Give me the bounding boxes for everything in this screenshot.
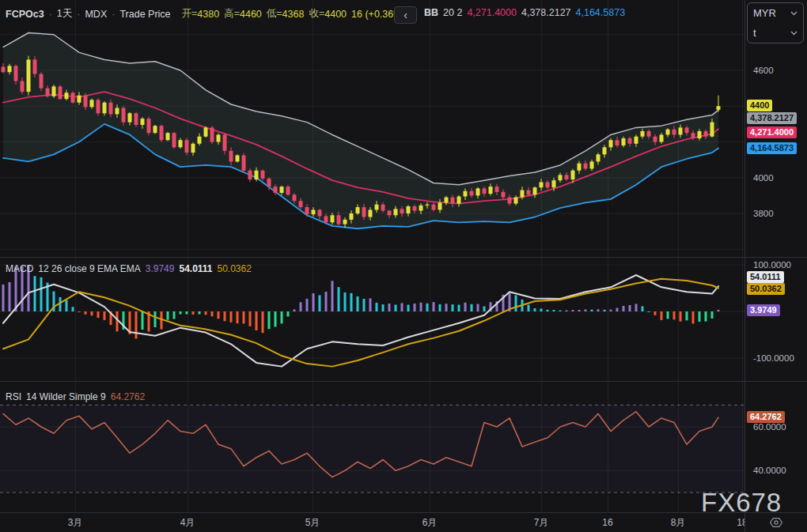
collapse-button[interactable]: ‹ [394, 6, 417, 24]
rsi-band-fill [0, 405, 744, 492]
symbol-header: FCPOc3 · 1天 · MDX · Trade Price 开=4380 高… [6, 7, 406, 21]
close-label: 收= [309, 7, 324, 21]
open-label: 开= [182, 7, 198, 21]
low-value: 4368 [282, 9, 305, 20]
axis-label: 40.0000 [753, 466, 786, 475]
axis-label: 4600 [753, 66, 774, 75]
time-axis[interactable]: 3月4月5月6月7月168月18 [0, 512, 744, 532]
separator: · [49, 9, 52, 20]
macd-params: 12 26 close 9 EMA EMA [38, 263, 140, 274]
currency-value: MYR [753, 7, 776, 19]
open-value: 4380 [197, 9, 219, 20]
axis-label: 4000 [753, 173, 774, 183]
macd-indicator-row: MACD 12 26 close 9 EMA EMA 3.9749 54.011… [6, 263, 252, 274]
axis-badge-last: 4400 [747, 100, 772, 111]
time-label: 4月 [180, 515, 195, 529]
close-value: 4400 [324, 9, 347, 20]
axis-badge-macd_signal: 50.0362 [747, 283, 785, 295]
time-axis-border [0, 512, 807, 513]
high-label: 高= [224, 7, 240, 21]
axis-label: -100.0000 [753, 353, 794, 363]
collapse-chevron-icon: ‹ [404, 9, 407, 21]
time-label: 5月 [305, 515, 320, 529]
rsi-params: 14 Wilder Simple 9 [26, 391, 106, 402]
panel-divider[interactable] [0, 257, 807, 258]
rsi-indicator-row: RSI 14 Wilder Simple 9 64.2762 [6, 391, 145, 402]
unit-value: t [753, 27, 756, 39]
axis-label: 3800 [753, 209, 774, 218]
macd-histogram [2, 266, 720, 339]
separator: · [112, 9, 115, 20]
macd-name[interactable]: MACD [6, 263, 33, 274]
rsi-value: 64.2762 [111, 391, 145, 402]
chevron-down-icon [790, 11, 798, 16]
axis-badge-bb_upper: 4,378.2127 [747, 112, 797, 124]
watermark: FX678 [701, 488, 782, 518]
time-label: 6月 [422, 515, 438, 529]
time-label: 3月 [68, 515, 83, 529]
axis-unit-controls: MYR t [747, 2, 804, 43]
time-label: 8月 [671, 515, 686, 529]
macd-hist-value: 3.9749 [146, 263, 175, 274]
high-value: 4460 [240, 9, 262, 20]
price-axis-pane[interactable]: 460040003800100.0000-100.000060.000040.0… [744, 0, 807, 532]
axis-label: 60.0000 [753, 422, 786, 432]
axis-badge-macd_line: 54.0111 [747, 271, 784, 283]
symbol-name: FCPOc3 [6, 9, 44, 20]
separator: · [77, 9, 80, 20]
bb-basis-value: 4,271.4000 [467, 7, 517, 18]
macd-signal-value: 50.0362 [218, 263, 252, 274]
chart-canvas[interactable] [0, 0, 744, 512]
bb-lower-value: 4,164.5873 [576, 7, 626, 18]
axis-badge-bb_basis: 4,271.4000 [747, 126, 797, 138]
bb-name[interactable]: BB [424, 7, 438, 18]
axis-badge-bb_lower: 4,164.5873 [747, 142, 797, 154]
rsi-name[interactable]: RSI [6, 391, 21, 402]
unit-dropdown[interactable]: t [748, 23, 803, 43]
time-label: 16 [602, 517, 612, 528]
chevron-down-icon [790, 31, 798, 36]
bb-indicator-row: BB 20 2 4,271.4000 4,378.2127 4,164.5873 [424, 7, 625, 18]
axis-badge-macd_hist: 3.9749 [747, 304, 780, 316]
currency-dropdown[interactable]: MYR [748, 3, 803, 23]
axis-label: 100.0000 [753, 260, 791, 270]
price-source-label: Trade Price [119, 9, 170, 20]
axis-badge-rsi: 64.2762 [747, 411, 785, 423]
time-label: 7月 [534, 515, 549, 529]
interval-label[interactable]: 1天 [57, 7, 72, 21]
panel-divider[interactable] [0, 381, 807, 382]
exchange-label: MDX [85, 9, 107, 20]
bb-params: 20 2 [443, 7, 462, 18]
low-label: 低= [267, 7, 282, 21]
bb-upper-value: 4,378.2127 [521, 7, 571, 18]
macd-line-value: 54.0111 [179, 263, 212, 274]
trading-chart-app: FCPOc3 · 1天 · MDX · Trade Price 开=4380 高… [0, 0, 807, 532]
